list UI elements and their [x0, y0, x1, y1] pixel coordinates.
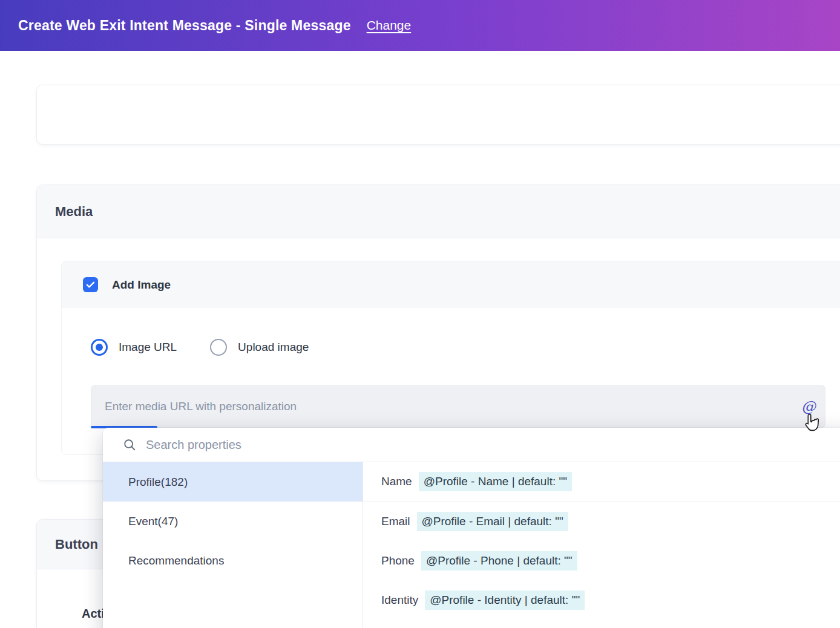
add-image-row: Add Image	[62, 261, 840, 308]
search-properties-input[interactable]	[146, 438, 840, 452]
page-title: Create Web Exit Intent Message - Single …	[18, 18, 351, 34]
add-image-label: Add Image	[112, 278, 171, 292]
media-url-input[interactable]	[91, 385, 825, 428]
personalization-popup: Profile(182) Event(47) Recommendations N…	[103, 428, 840, 628]
property-email-label: Email	[381, 515, 410, 528]
property-phone-label: Phone	[381, 554, 415, 567]
category-profile[interactable]: Profile(182)	[103, 462, 363, 502]
property-list: Name @Profile - Name | default: "" Email…	[363, 462, 840, 628]
checkmark-icon	[85, 280, 96, 290]
property-row-name[interactable]: Name @Profile - Name | default: ""	[363, 462, 840, 502]
add-image-checkbox[interactable]	[83, 277, 98, 292]
property-name-token: @Profile - Name | default: ""	[419, 472, 572, 491]
category-profile-label: Profile(182)	[128, 476, 188, 489]
category-recommendations[interactable]: Recommendations	[103, 541, 363, 580]
add-image-panel: Add Image Image URL Upload image	[61, 261, 840, 455]
category-recommendations-label: Recommendations	[128, 554, 224, 567]
property-identity-token: @Profile - Identity | default: ""	[425, 590, 585, 610]
image-source-options: Image URL Upload image	[91, 339, 840, 356]
property-row-email[interactable]: Email @Profile - Email | default: ""	[363, 502, 840, 541]
upload-image-label: Upload image	[238, 341, 309, 354]
image-url-label: Image URL	[119, 341, 177, 354]
previous-card-fragment	[36, 85, 840, 145]
upload-image-radio[interactable]: Upload image	[210, 339, 309, 356]
category-event-label: Event(47)	[128, 515, 178, 528]
header-bar: Create Web Exit Intent Message - Single …	[0, 0, 840, 51]
category-event[interactable]: Event(47)	[103, 502, 363, 541]
property-row-phone[interactable]: Phone @Profile - Phone | default: ""	[363, 541, 840, 580]
media-url-field: @	[91, 385, 825, 428]
personalization-at-icon[interactable]: @	[801, 398, 816, 415]
media-card-title: Media	[55, 204, 93, 220]
button-card-title: Button	[55, 537, 98, 552]
property-phone-token: @Profile - Phone | default: ""	[421, 551, 577, 571]
radio-unselected-circle	[210, 339, 227, 356]
search-icon	[123, 438, 136, 451]
popup-search-row	[103, 428, 840, 462]
change-link[interactable]: Change	[367, 18, 412, 33]
property-email-token: @Profile - Email | default: ""	[417, 512, 568, 531]
property-name-label: Name	[381, 475, 412, 488]
media-card-header: Media	[37, 185, 840, 238]
popup-body: Profile(182) Event(47) Recommendations N…	[103, 462, 840, 628]
property-row-identity[interactable]: Identity @Profile - Identity | default: …	[363, 580, 840, 620]
category-list: Profile(182) Event(47) Recommendations	[103, 462, 363, 628]
image-url-radio[interactable]: Image URL	[91, 339, 177, 356]
radio-selected-circle	[91, 339, 108, 356]
property-identity-label: Identity	[381, 594, 418, 607]
page: Create Web Exit Intent Message - Single …	[0, 0, 840, 628]
